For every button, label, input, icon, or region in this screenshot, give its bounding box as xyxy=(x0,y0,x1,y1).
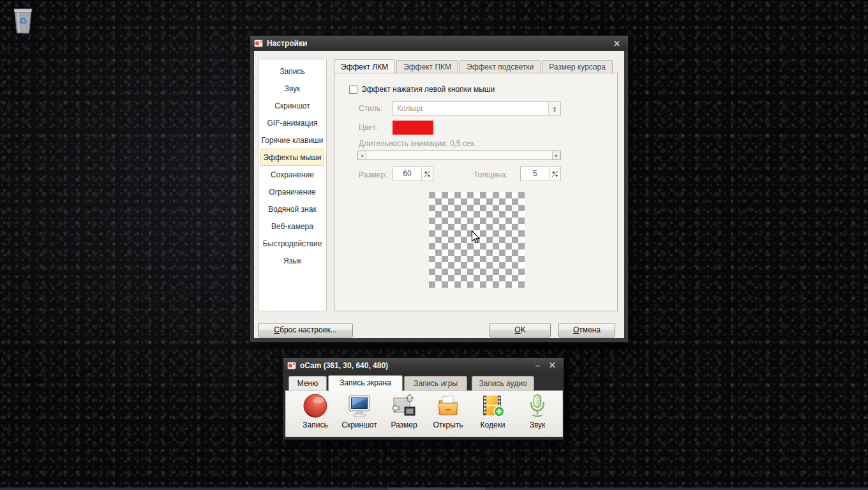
codecs-icon xyxy=(479,393,506,420)
settings-window: Настройки ✕ Запись Звук Скриншот GIF-ани… xyxy=(250,35,629,343)
open-icon xyxy=(435,393,461,420)
sidebar-item-webcam[interactable]: Веб-камера xyxy=(260,218,324,235)
sidebar-item-screenshot[interactable]: Скриншот xyxy=(260,97,324,114)
ocam-titlebar[interactable]: oCam (361, 30, 640, 480) – ✕ xyxy=(283,358,564,373)
color-label: Цвет: xyxy=(359,123,378,132)
combobox-spinner-icon[interactable]: ▲ ▼ xyxy=(548,102,560,115)
lmb-effect-checkbox-label: Эффект нажатия левой кнопки мыши xyxy=(361,85,495,94)
sidebar-item-limit[interactable]: Ограничение xyxy=(260,183,324,200)
settings-category-list: Запись Звук Скриншот GIF-анимация Горячи… xyxy=(258,59,327,311)
tab-menu[interactable]: Меню xyxy=(288,376,327,391)
resize-label: Размер xyxy=(383,420,425,429)
sidebar-item-gif-animation[interactable]: GIF-анимация xyxy=(260,114,324,131)
ocam-minimize-button[interactable]: – xyxy=(533,360,542,370)
screenshot-icon xyxy=(346,393,373,420)
record-button[interactable]: Запись xyxy=(294,393,336,429)
sidebar-item-sound[interactable]: Звук xyxy=(260,80,324,97)
ok-button[interactable]: OK xyxy=(490,323,551,338)
record-icon xyxy=(302,393,329,420)
record-label: Запись xyxy=(294,420,336,429)
size-spinner[interactable]: 60 xyxy=(393,167,433,181)
settings-client-area: Запись Звук Скриншот GIF-анимация Горячи… xyxy=(254,51,624,338)
sound-button[interactable]: Звук xyxy=(516,393,558,429)
thickness-label: Толщина: xyxy=(474,170,507,179)
tab-highlight-effect[interactable]: Эффект подсветки xyxy=(460,60,541,73)
size-label: Размер: xyxy=(359,170,387,179)
resize-button[interactable]: Размер xyxy=(383,393,425,429)
sound-label: Звук xyxy=(516,420,558,429)
effect-preview-area xyxy=(429,192,525,288)
ocam-window: oCam (361, 30, 640, 480) – ✕ Меню Запись… xyxy=(283,357,564,440)
tab-game-recording[interactable]: Запись игры xyxy=(404,376,467,391)
duration-label: Длительность анимации: 0,5 сек. xyxy=(359,139,476,148)
sidebar-item-watermark[interactable]: Водяной знак xyxy=(260,200,324,218)
codecs-label: Кодеки xyxy=(472,420,514,429)
lmb-effect-checkbox[interactable] xyxy=(349,85,357,94)
resize-icon xyxy=(391,393,417,420)
tab-rmb-effect[interactable]: Эффект ПКМ xyxy=(396,60,458,73)
effect-tabs: Эффект ЛКМ Эффект ПКМ Эффект подсветки Р… xyxy=(334,59,614,73)
screenshot-label: Скриншот xyxy=(338,420,380,429)
tab-cursor-size[interactable]: Размер курсора xyxy=(542,60,613,73)
screenshot-button[interactable]: Скриншот xyxy=(338,393,380,429)
tab-lmb-effect[interactable]: Эффект ЛКМ xyxy=(334,59,395,73)
ocam-close-button[interactable]: ✕ xyxy=(546,360,558,370)
style-combobox[interactable]: Кольца ▲ ▼ xyxy=(393,101,561,116)
sidebar-item-performance[interactable]: Быстродействие xyxy=(260,235,324,252)
sidebar-item-hotkeys[interactable]: Горячие клавиши xyxy=(260,131,324,149)
sidebar-item-language[interactable]: Язык xyxy=(260,252,324,269)
settings-titlebar[interactable]: Настройки ✕ xyxy=(250,36,628,51)
reset-settings-button[interactable]: Сброс настроек... xyxy=(258,323,353,338)
settings-window-title: Настройки xyxy=(267,39,607,48)
color-swatch[interactable] xyxy=(393,121,433,135)
style-combobox-value: Кольца xyxy=(393,102,548,115)
ocam-app-icon xyxy=(287,361,296,370)
taskbar-edge-highlight xyxy=(388,487,485,490)
codecs-button[interactable]: Кодеки xyxy=(472,393,514,429)
tab-screen-recording[interactable]: Запись экрана xyxy=(328,375,403,391)
sidebar-item-saving[interactable]: Сохранение xyxy=(260,166,324,183)
size-value: 60 xyxy=(393,167,421,181)
lmb-effect-panel: Эффект нажатия левой кнопки мыши Стиль: … xyxy=(334,73,618,311)
open-label: Открыть xyxy=(427,420,469,429)
thickness-value: 5 xyxy=(521,167,549,181)
recycle-symbol: ♻ xyxy=(19,15,27,26)
sidebar-item-record[interactable]: Запись xyxy=(260,63,324,80)
ocam-tabs: Меню Запись экрана Запись игры Запись ау… xyxy=(285,375,563,391)
sidebar-item-mouse-effects[interactable]: Эффекты мыши xyxy=(260,149,324,166)
settings-app-icon xyxy=(254,39,263,48)
tab-audio-recording[interactable]: Запись аудио xyxy=(472,376,534,391)
ocam-toolbar: Запись Скриншот xyxy=(285,390,563,437)
settings-close-button[interactable]: ✕ xyxy=(611,39,623,48)
style-label: Стиль: xyxy=(359,104,382,113)
cancel-button[interactable]: Отмена xyxy=(558,323,615,338)
thickness-updown-icon[interactable] xyxy=(549,167,560,181)
mouse-cursor-icon xyxy=(471,230,481,244)
thickness-spinner[interactable]: 5 xyxy=(520,167,561,181)
desktop: ♻ Настройки ✕ Запись Звук Скриншот GIF-а… xyxy=(0,0,868,490)
open-button[interactable]: Открыть xyxy=(427,393,469,429)
recycle-bin-icon[interactable]: ♻ xyxy=(10,5,36,36)
size-updown-icon[interactable] xyxy=(421,167,433,181)
duration-slider[interactable]: ◂ ▸ xyxy=(357,151,561,160)
ocam-window-title: oCam (361, 30, 640, 480) xyxy=(300,361,529,370)
slider-left-arrow-icon[interactable]: ◂ xyxy=(358,151,366,160)
sound-icon xyxy=(524,393,551,420)
slider-right-arrow-icon[interactable]: ▸ xyxy=(552,151,560,160)
